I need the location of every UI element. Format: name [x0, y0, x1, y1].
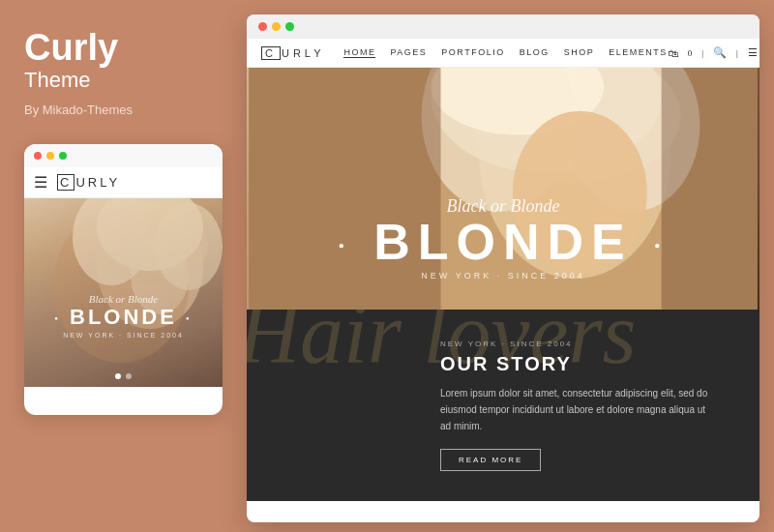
mobile-hero-since: NEW YORK · SINCE 2004: [24, 332, 223, 339]
cart-icon[interactable]: 🛍: [668, 47, 678, 59]
nav-divider: |: [701, 48, 703, 58]
deco-right: ●: [654, 240, 668, 251]
deco-left: ●: [339, 240, 352, 251]
desktop-logo: CURLY: [261, 47, 324, 59]
mobile-dot-yellow: [46, 152, 54, 160]
story-body: Lorem ipsum dolor sit amet, consectetur …: [440, 385, 711, 434]
theme-subtitle: Theme: [24, 68, 213, 93]
story-content: NEW YORK · SINCE 2004 OUR STORY Lorem ip…: [247, 320, 740, 490]
theme-title: Curly: [24, 29, 213, 66]
desktop-mockup: CURLY HOME PAGES PORTFOLIO BLOG SHOP ELE…: [247, 15, 759, 522]
mobile-hero-italic: Black or Blonde: [24, 293, 223, 305]
pagination-dot-1[interactable]: [115, 373, 121, 379]
logo-bracket: C: [57, 174, 74, 191]
desktop-hero-since: NEW YORK · SINCE 2004: [247, 271, 759, 281]
search-icon[interactable]: 🔍: [713, 46, 727, 59]
story-title: OUR STORY: [440, 353, 711, 375]
hamburger-icon[interactable]: ☰: [34, 173, 47, 192]
pagination-dot-2[interactable]: [126, 373, 132, 379]
cart-count: 0: [688, 48, 693, 58]
desktop-dot-yellow[interactable]: [272, 22, 281, 31]
nav-blog[interactable]: BLOG: [520, 47, 550, 58]
mobile-mockup: ☰ CURLY Black or Blonde ●: [24, 144, 223, 415]
menu-icon[interactable]: ☰: [748, 46, 758, 59]
desktop-nav-icons: 🛍 0 | 🔍 | ☰: [668, 46, 758, 59]
nav-divider-2: |: [736, 48, 738, 58]
svg-point-6: [155, 203, 223, 290]
story-since: NEW YORK · SINCE 2004: [440, 340, 711, 348]
desktop-hero-title: ● BLONDE ●: [247, 217, 759, 267]
theme-author: By Mikado-Themes: [24, 103, 213, 117]
desktop-nav: CURLY HOME PAGES PORTFOLIO BLOG SHOP ELE…: [247, 39, 759, 68]
nav-portfolio[interactable]: PORTFOLIO: [441, 47, 504, 58]
mobile-dot-red: [34, 152, 42, 160]
nav-shop[interactable]: SHOP: [564, 47, 595, 58]
mobile-logo: CURLY: [57, 175, 120, 190]
desktop-dot-green[interactable]: [285, 22, 294, 31]
desktop-hero: Black or Blonde ● BLONDE ● NEW YORK · SI…: [247, 68, 759, 310]
mobile-dot-green: [59, 152, 67, 160]
logo-bracket-desktop: C: [261, 46, 281, 60]
mobile-traffic-lights: [24, 144, 223, 167]
desktop-nav-links: HOME PAGES PORTFOLIO BLOG SHOP ELEMENTS: [343, 47, 667, 58]
left-panel: Curly Theme By Mikado-Themes ☰ CURLY: [0, 0, 237, 532]
mobile-hero-text: Black or Blonde ● BLONDE ● NEW YORK · SI…: [24, 293, 223, 339]
desktop-traffic-lights: [247, 15, 759, 39]
nav-elements[interactable]: ELEMENTS: [609, 47, 668, 58]
desktop-story: Hair lovers NEW YORK · SINCE 2004 OUR ST…: [247, 310, 759, 501]
nav-home[interactable]: HOME: [343, 47, 375, 58]
nav-pages[interactable]: PAGES: [390, 47, 427, 58]
mobile-hero-title: ● BLONDE ●: [24, 305, 223, 330]
read-more-button[interactable]: READ MORE: [440, 449, 541, 471]
mobile-pagination: [24, 373, 223, 379]
mobile-nav: ☰ CURLY: [24, 167, 223, 198]
desktop-dot-red[interactable]: [258, 22, 267, 31]
desktop-hero-content: Black or Blonde ● BLONDE ● NEW YORK · SI…: [247, 196, 759, 281]
mobile-hero: Black or Blonde ● BLONDE ● NEW YORK · SI…: [24, 198, 223, 387]
